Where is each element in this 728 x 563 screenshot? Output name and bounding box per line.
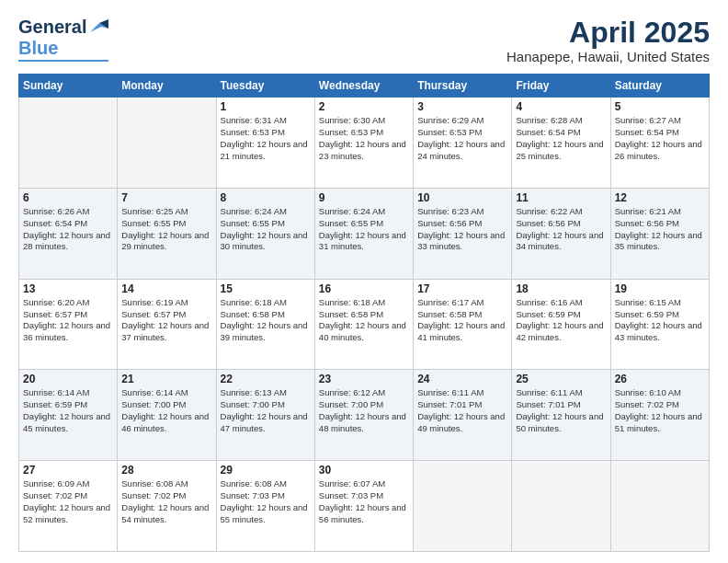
table-row: 18 Sunrise: 6:16 AM Sunset: 6:59 PM Dayl… <box>512 279 610 370</box>
cell-sunset: Sunset: 7:01 PM <box>516 399 580 409</box>
cell-sunrise: Sunrise: 6:23 AM <box>417 206 483 216</box>
day-number: 28 <box>121 464 211 477</box>
table-row: 30 Sunrise: 6:07 AM Sunset: 7:03 PM Dayl… <box>314 461 413 552</box>
cell-sunset: Sunset: 6:58 PM <box>221 309 285 319</box>
day-number: 10 <box>417 191 507 204</box>
table-row: 2 Sunrise: 6:30 AM Sunset: 6:53 PM Dayli… <box>314 98 413 189</box>
logo-bird-icon <box>88 19 108 36</box>
cell-daylight: Daylight: 12 hours and 33 minutes. <box>417 230 505 252</box>
day-number: 30 <box>319 464 409 477</box>
cell-sunset: Sunset: 6:54 PM <box>23 218 87 228</box>
cell-sunset: Sunset: 6:54 PM <box>615 127 679 137</box>
table-row: 8 Sunrise: 6:24 AM Sunset: 6:55 PM Dayli… <box>216 188 314 279</box>
day-number: 21 <box>121 373 211 385</box>
day-number: 24 <box>417 373 507 385</box>
cell-sunrise: Sunrise: 6:14 AM <box>121 387 188 397</box>
table-row: 6 Sunrise: 6:26 AM Sunset: 6:54 PM Dayli… <box>19 188 118 279</box>
day-number: 26 <box>615 373 705 385</box>
cell-daylight: Daylight: 12 hours and 51 minutes. <box>615 411 702 433</box>
cell-sunset: Sunset: 6:53 PM <box>319 127 383 137</box>
day-number: 4 <box>516 100 606 113</box>
day-number: 9 <box>319 191 409 204</box>
cell-sunset: Sunset: 6:53 PM <box>221 127 285 137</box>
cell-sunset: Sunset: 6:57 PM <box>23 309 87 319</box>
cell-daylight: Daylight: 12 hours and 48 minutes. <box>319 411 406 433</box>
day-number: 11 <box>516 191 606 204</box>
day-number: 27 <box>23 464 113 477</box>
cell-sunrise: Sunrise: 6:13 AM <box>221 387 287 397</box>
cell-sunset: Sunset: 7:01 PM <box>417 399 482 409</box>
cell-sunset: Sunset: 6:56 PM <box>516 218 580 228</box>
cell-sunset: Sunset: 6:57 PM <box>121 309 186 319</box>
cell-daylight: Daylight: 12 hours and 52 minutes. <box>23 502 110 524</box>
table-row: 27 Sunrise: 6:09 AM Sunset: 7:02 PM Dayl… <box>19 461 118 552</box>
table-row: 28 Sunrise: 6:08 AM Sunset: 7:02 PM Dayl… <box>118 461 216 552</box>
cell-daylight: Daylight: 12 hours and 54 minutes. <box>121 502 209 524</box>
day-number: 19 <box>615 282 705 295</box>
cell-daylight: Daylight: 12 hours and 42 minutes. <box>516 320 603 342</box>
cell-sunrise: Sunrise: 6:30 AM <box>319 115 385 125</box>
cell-sunrise: Sunrise: 6:20 AM <box>23 297 89 307</box>
cell-sunrise: Sunrise: 6:19 AM <box>121 297 188 307</box>
table-row: 23 Sunrise: 6:12 AM Sunset: 7:00 PM Dayl… <box>314 370 413 461</box>
cell-daylight: Daylight: 12 hours and 24 minutes. <box>417 139 505 161</box>
table-row <box>19 98 118 189</box>
logo-blue: Blue <box>18 38 58 59</box>
day-number: 25 <box>516 373 606 385</box>
cell-daylight: Daylight: 12 hours and 56 minutes. <box>319 502 406 524</box>
cell-sunrise: Sunrise: 6:18 AM <box>221 297 287 307</box>
day-number: 12 <box>615 191 705 204</box>
cell-sunset: Sunset: 6:55 PM <box>221 218 285 228</box>
day-number: 15 <box>221 282 311 295</box>
cell-sunrise: Sunrise: 6:09 AM <box>23 478 89 488</box>
table-row: 20 Sunrise: 6:14 AM Sunset: 6:59 PM Dayl… <box>19 370 118 461</box>
cell-sunset: Sunset: 6:58 PM <box>319 309 383 319</box>
table-row: 4 Sunrise: 6:28 AM Sunset: 6:54 PM Dayli… <box>512 98 610 189</box>
table-row <box>118 98 216 189</box>
col-sunday: Sunday <box>19 75 118 98</box>
cell-sunrise: Sunrise: 6:07 AM <box>319 478 385 488</box>
cell-sunset: Sunset: 7:02 PM <box>23 490 87 500</box>
col-monday: Monday <box>118 75 216 98</box>
calendar-table: Sunday Monday Tuesday Wednesday Thursday… <box>18 74 710 552</box>
cell-daylight: Daylight: 12 hours and 49 minutes. <box>417 411 505 433</box>
cell-daylight: Daylight: 12 hours and 47 minutes. <box>221 411 308 433</box>
table-row: 14 Sunrise: 6:19 AM Sunset: 6:57 PM Dayl… <box>118 279 216 370</box>
table-row: 10 Sunrise: 6:23 AM Sunset: 6:56 PM Dayl… <box>414 188 512 279</box>
cell-sunset: Sunset: 6:55 PM <box>121 218 186 228</box>
cell-daylight: Daylight: 12 hours and 34 minutes. <box>516 230 603 252</box>
cell-sunrise: Sunrise: 6:25 AM <box>121 206 188 216</box>
cell-sunset: Sunset: 7:03 PM <box>221 490 285 500</box>
cell-daylight: Daylight: 12 hours and 23 minutes. <box>319 139 406 161</box>
table-row: 16 Sunrise: 6:18 AM Sunset: 6:58 PM Dayl… <box>314 279 413 370</box>
logo-divider <box>18 60 108 62</box>
cell-sunrise: Sunrise: 6:28 AM <box>516 115 582 125</box>
cell-sunrise: Sunrise: 6:27 AM <box>615 115 681 125</box>
cell-sunrise: Sunrise: 6:24 AM <box>319 206 385 216</box>
cell-daylight: Daylight: 12 hours and 28 minutes. <box>23 230 110 252</box>
table-row: 1 Sunrise: 6:31 AM Sunset: 6:53 PM Dayli… <box>216 98 314 189</box>
table-row: 12 Sunrise: 6:21 AM Sunset: 6:56 PM Dayl… <box>610 188 709 279</box>
table-row <box>414 461 512 552</box>
cell-sunrise: Sunrise: 6:26 AM <box>23 206 89 216</box>
cell-sunrise: Sunrise: 6:29 AM <box>417 115 483 125</box>
cell-daylight: Daylight: 12 hours and 45 minutes. <box>23 411 110 433</box>
day-number: 5 <box>615 100 705 113</box>
cell-sunrise: Sunrise: 6:08 AM <box>121 478 188 488</box>
day-number: 20 <box>23 373 113 385</box>
day-number: 8 <box>221 191 311 204</box>
table-row: 29 Sunrise: 6:08 AM Sunset: 7:03 PM Dayl… <box>216 461 314 552</box>
logo-general: General <box>18 17 86 38</box>
day-number: 13 <box>23 282 113 295</box>
cell-sunset: Sunset: 7:03 PM <box>319 490 383 500</box>
day-number: 2 <box>319 100 409 113</box>
cell-daylight: Daylight: 12 hours and 41 minutes. <box>417 320 505 342</box>
table-row: 5 Sunrise: 6:27 AM Sunset: 6:54 PM Dayli… <box>610 98 709 189</box>
cell-sunset: Sunset: 7:00 PM <box>221 399 285 409</box>
day-number: 29 <box>221 464 311 477</box>
cell-daylight: Daylight: 12 hours and 29 minutes. <box>121 230 209 252</box>
col-thursday: Thursday <box>414 75 512 98</box>
table-row: 25 Sunrise: 6:11 AM Sunset: 7:01 PM Dayl… <box>512 370 610 461</box>
day-number: 14 <box>121 282 211 295</box>
logo: General Blue <box>18 17 108 62</box>
